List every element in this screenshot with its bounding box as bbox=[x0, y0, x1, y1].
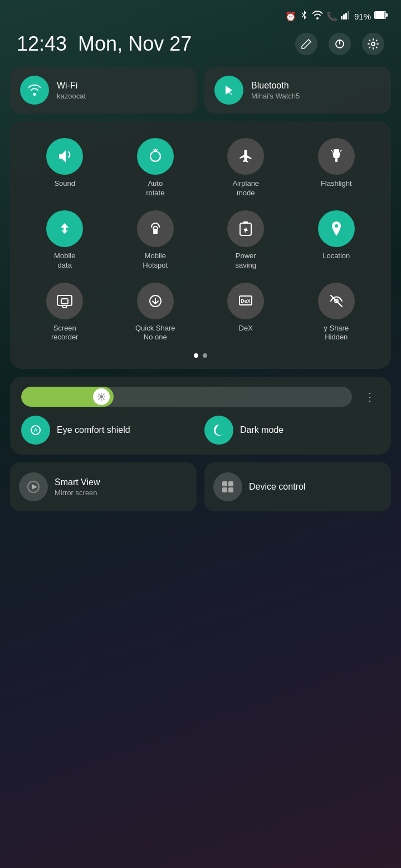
wifi-tile[interactable]: Wi-Fi kazoocat bbox=[10, 67, 197, 114]
device-control-title: Device control bbox=[249, 482, 305, 492]
qs-powersaving[interactable]: Powersaving bbox=[202, 207, 290, 274]
powersaving-icon-circle bbox=[227, 210, 264, 247]
svg-rect-13 bbox=[153, 229, 158, 234]
qs-screenrecorder[interactable]: Screenrecorder bbox=[21, 279, 109, 346]
settings-button[interactable] bbox=[362, 33, 384, 55]
qs-quickshare[interactable]: Quick ShareNo one bbox=[112, 279, 199, 346]
dark-mode-icon bbox=[204, 416, 233, 445]
svg-point-16 bbox=[335, 224, 338, 228]
bottom-tiles: Smart View Mirror screen Device control bbox=[10, 462, 391, 511]
call-status-icon: 📞 bbox=[326, 11, 338, 22]
bluetooth-subtitle: Mihai's Watch5 bbox=[251, 92, 300, 100]
svg-rect-1 bbox=[343, 14, 345, 19]
brightness-thumb bbox=[93, 388, 110, 405]
svg-rect-11 bbox=[334, 149, 339, 152]
svg-point-24 bbox=[100, 395, 103, 398]
time-date: 12:43 Mon, Nov 27 bbox=[17, 32, 192, 56]
qs-autorotate-label: Autorotate bbox=[146, 179, 164, 198]
qs-mobiledata[interactable]: Mobiledata bbox=[21, 207, 109, 274]
svg-rect-30 bbox=[228, 481, 233, 486]
location-icon-circle bbox=[318, 210, 355, 247]
qs-quickshare-label: Quick ShareNo one bbox=[135, 324, 175, 343]
svg-text:DeX: DeX bbox=[241, 298, 251, 304]
qs-dex[interactable]: DeX DeX bbox=[202, 279, 290, 346]
quickshare-icon-circle bbox=[137, 283, 174, 319]
qs-flashlight[interactable]: Flashlight bbox=[293, 135, 380, 201]
mobiledata-icon-circle bbox=[46, 210, 83, 247]
alarm-icon: ⏰ bbox=[285, 11, 296, 22]
qs-hotspot[interactable]: MobileHotspot bbox=[112, 207, 199, 274]
svg-marker-28 bbox=[32, 484, 37, 490]
edit-button[interactable] bbox=[295, 33, 317, 55]
eye-comfort-icon: A bbox=[21, 416, 50, 445]
brightness-panel: ⋮ A Eye comfort shield Dark mode bbox=[10, 377, 391, 455]
bluetooth-tile-text: Bluetooth Mihai's Watch5 bbox=[251, 81, 300, 100]
wifi-tile-text: Wi-Fi kazoocat bbox=[57, 81, 86, 100]
battery-percent: 91% bbox=[354, 12, 371, 21]
qs-dot-1 bbox=[194, 353, 198, 358]
device-control-tile[interactable]: Device control bbox=[204, 462, 391, 511]
qs-screenrecorder-label: Screenrecorder bbox=[51, 324, 78, 343]
date: Mon, Nov 27 bbox=[78, 32, 192, 55]
autorotate-icon-circle bbox=[137, 138, 174, 175]
smart-view-subtitle: Mirror screen bbox=[55, 489, 100, 497]
svg-rect-5 bbox=[386, 13, 388, 17]
svg-text:A: A bbox=[34, 427, 38, 433]
top-tiles-row: Wi-Fi kazoocat Bluetooth Mihai's Watch5 bbox=[10, 67, 391, 114]
wifi-tile-icon bbox=[20, 76, 49, 105]
dark-mode-item[interactable]: Dark mode bbox=[204, 416, 380, 445]
qs-airplane-label: Airplanemode bbox=[232, 179, 259, 198]
qs-hotspot-label: MobileHotspot bbox=[143, 251, 168, 270]
battery-icon bbox=[374, 11, 388, 21]
wifi-status-icon bbox=[312, 11, 323, 22]
svg-rect-31 bbox=[222, 487, 227, 492]
smart-view-tile[interactable]: Smart View Mirror screen bbox=[10, 462, 197, 511]
header: 12:43 Mon, Nov 27 bbox=[0, 28, 401, 67]
qs-autorotate[interactable]: Autorotate bbox=[112, 135, 199, 201]
qs-privacyshare[interactable]: y ShareHidden bbox=[293, 279, 380, 346]
wifi-title: Wi-Fi bbox=[57, 81, 86, 91]
qs-mobiledata-label: Mobiledata bbox=[54, 251, 75, 270]
svg-rect-6 bbox=[375, 12, 385, 18]
svg-rect-15 bbox=[243, 221, 248, 224]
svg-rect-32 bbox=[228, 487, 233, 492]
brightness-fill bbox=[21, 387, 114, 407]
svg-rect-0 bbox=[341, 16, 343, 19]
power-button[interactable] bbox=[329, 33, 351, 55]
signal-icon bbox=[341, 11, 351, 22]
qs-grid: Sound Autorotate Airplanemode bbox=[21, 135, 380, 346]
eye-comfort-label: Eye comfort shield bbox=[57, 425, 130, 435]
device-control-icon bbox=[213, 472, 242, 501]
svg-rect-3 bbox=[348, 11, 349, 19]
dex-icon-circle: DeX bbox=[227, 283, 264, 319]
screenrecorder-icon-circle bbox=[46, 283, 83, 319]
bluetooth-tile[interactable]: Bluetooth Mihai's Watch5 bbox=[204, 67, 391, 114]
qs-sound-label: Sound bbox=[54, 179, 75, 189]
eye-comfort-item[interactable]: A Eye comfort shield bbox=[21, 416, 197, 445]
flashlight-icon-circle bbox=[318, 138, 355, 175]
qs-pagination bbox=[21, 353, 380, 358]
qs-dex-label: DeX bbox=[239, 324, 253, 333]
qs-location-label: Location bbox=[322, 251, 350, 261]
status-icons: ⏰ 📞 91% bbox=[285, 10, 388, 22]
qs-panel: Sound Autorotate Airplanemode bbox=[10, 121, 391, 369]
brightness-slider[interactable] bbox=[21, 387, 352, 407]
qs-flashlight-label: Flashlight bbox=[321, 179, 352, 189]
bluetooth-title: Bluetooth bbox=[251, 81, 300, 91]
dark-mode-label: Dark mode bbox=[240, 425, 283, 435]
header-actions bbox=[295, 33, 384, 55]
brightness-more-button[interactable]: ⋮ bbox=[360, 387, 380, 407]
smart-view-title: Smart View bbox=[55, 477, 100, 487]
airplane-icon-circle bbox=[227, 138, 264, 175]
qs-location[interactable]: Location bbox=[293, 207, 380, 274]
qs-airplane[interactable]: Airplanemode bbox=[202, 135, 290, 201]
comfort-row: A Eye comfort shield Dark mode bbox=[21, 416, 380, 445]
qs-privacyshare-label: y ShareHidden bbox=[324, 324, 349, 343]
privacyshare-icon-circle bbox=[318, 283, 355, 319]
svg-rect-2 bbox=[345, 13, 347, 19]
svg-rect-29 bbox=[222, 481, 227, 486]
svg-point-9 bbox=[371, 42, 375, 46]
time: 12:43 bbox=[17, 32, 67, 55]
device-control-text: Device control bbox=[249, 482, 305, 492]
qs-sound[interactable]: Sound bbox=[21, 135, 109, 201]
